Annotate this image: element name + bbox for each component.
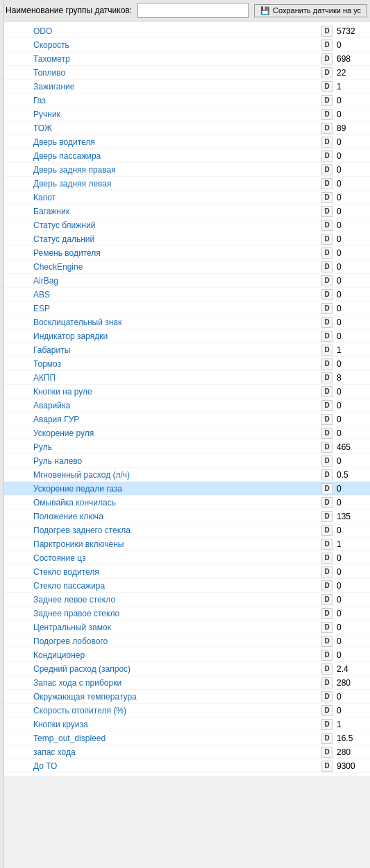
sensor-value: 135	[337, 512, 364, 521]
sensor-row[interactable]: Дверь задняя леваяD0	[0, 177, 370, 191]
sensor-name: Дверь водителя	[33, 137, 321, 147]
sensor-row[interactable]: Руль налевоD0	[0, 454, 370, 468]
d-badge: D	[321, 178, 333, 189]
sensor-name: Мгновенный расход (л/ч)	[33, 470, 321, 480]
sensor-row[interactable]: Авария ГУРD0	[0, 413, 370, 426]
sensor-name: Центральный замок	[33, 623, 321, 632]
sensor-row[interactable]: БагажникD0	[0, 205, 370, 218]
sensor-row[interactable]: Омывайка кончиласьD0	[0, 496, 370, 510]
sensor-row[interactable]: ГазD0	[0, 94, 370, 107]
sensor-name: Омывайка кончилась	[33, 498, 321, 507]
d-badge: D	[321, 67, 333, 78]
sensor-name: Ускорение руля	[33, 428, 321, 438]
sensor-name: Восклицательный знак	[33, 318, 321, 327]
d-badge: D	[321, 539, 333, 550]
sensor-value: 0.5	[337, 470, 364, 480]
header-label: Наименование группы датчиков:	[6, 6, 132, 15]
sensor-value: 0	[337, 276, 364, 286]
sensor-row[interactable]: ТОЖD89	[0, 121, 370, 135]
sensor-row[interactable]: ТахометрD698	[0, 52, 370, 66]
sensor-row[interactable]: ЗажиганиеD1	[0, 80, 370, 94]
sensor-row[interactable]: CheckEngineD0	[0, 260, 370, 274]
sensor-row[interactable]: Кнопки круизаD1	[0, 718, 370, 731]
sensor-row[interactable]: АварийкаD0	[0, 399, 370, 413]
sensor-value: 0	[337, 137, 364, 147]
sensor-row[interactable]: РульD465	[0, 440, 370, 454]
sensor-value: 0	[337, 415, 364, 424]
sensor-value: 0	[337, 248, 364, 258]
sensor-row[interactable]: Стекло водителяD0	[0, 565, 370, 579]
sensor-row[interactable]: ГабаритыD1	[0, 343, 370, 357]
d-badge: D	[321, 248, 333, 259]
sensor-value: 0	[337, 290, 364, 300]
sensor-row[interactable]: Подогрев заднего стеклаD0	[0, 523, 370, 537]
d-badge: D	[321, 566, 333, 578]
sensor-row[interactable]: Запас хода с приборкиD280	[0, 676, 370, 690]
sensor-row[interactable]: Заднее левое стеклоD0	[0, 593, 370, 607]
sensor-value: 0	[337, 609, 364, 618]
sensor-row[interactable]: Положение ключаD135	[0, 510, 370, 523]
sensor-row[interactable]: Дверь задняя праваяD0	[0, 163, 370, 177]
sensor-row[interactable]: Temp_out_displeedD16.5	[0, 731, 370, 745]
sensor-list: ODOD5732СкоростьD0ТахометрD698ТопливоD22…	[0, 21, 370, 776]
sensor-value: 0	[337, 553, 364, 563]
d-badge: D	[321, 275, 333, 286]
sensor-row[interactable]: Восклицательный знакD0	[0, 315, 370, 329]
d-badge: D	[321, 289, 333, 300]
d-badge: D	[321, 81, 333, 92]
d-badge: D	[321, 511, 333, 522]
sensor-row[interactable]: До ТОD9300	[0, 759, 370, 773]
sensor-row[interactable]: Стекло пассажираD0	[0, 579, 370, 593]
d-badge: D	[321, 705, 333, 716]
left-accent	[0, 0, 4, 776]
sensor-value: 1	[337, 539, 364, 549]
sensor-row[interactable]: ESPD0	[0, 302, 370, 315]
sensor-name: Положение ключа	[33, 512, 321, 521]
sensor-row[interactable]: Дверь водителяD0	[0, 135, 370, 149]
sensor-row[interactable]: Мгновенный расход (л/ч)D0.5	[0, 468, 370, 482]
sensor-row[interactable]: AirBagD0	[0, 274, 370, 288]
d-badge: D	[321, 372, 333, 383]
sensor-name: Средний расход (запрос)	[33, 664, 321, 674]
sensor-row[interactable]: Ускорение педали газаD0	[0, 482, 370, 496]
sensor-value: 0	[337, 234, 364, 244]
sensor-row[interactable]: Подогрев лобовогоD0	[0, 634, 370, 648]
sensor-row[interactable]: Скорость отопителя (%)D0	[0, 704, 370, 718]
sensor-row[interactable]: ТормозD0	[0, 357, 370, 371]
sensor-row[interactable]: Состояние цзD0	[0, 551, 370, 565]
sensor-row[interactable]: КондиционерD0	[0, 648, 370, 662]
d-badge: D	[321, 636, 333, 647]
sensor-row[interactable]: Кнопки на рулеD0	[0, 385, 370, 399]
sensor-row[interactable]: Ускорение руляD0	[0, 426, 370, 440]
sensor-name: Окружающая температура	[33, 692, 321, 702]
sensor-row[interactable]: РучникD0	[0, 107, 370, 121]
sensor-row[interactable]: Средний расход (запрос)D2.4	[0, 662, 370, 676]
sensor-row[interactable]: АКППD8	[0, 371, 370, 385]
sensor-row[interactable]: Дверь пассажираD0	[0, 149, 370, 163]
sensor-row[interactable]: Индикатор зарядкиD0	[0, 329, 370, 343]
group-name-input[interactable]	[137, 3, 249, 18]
sensor-row[interactable]: Статус дальнийD0	[0, 232, 370, 246]
sensor-row[interactable]: Ремень водителяD0	[0, 246, 370, 260]
d-badge: D	[321, 261, 333, 272]
sensor-row[interactable]: СкоростьD0	[0, 38, 370, 52]
sensor-row[interactable]: Статус ближнийD0	[0, 218, 370, 232]
sensor-row[interactable]: Заднее правое стеклоD0	[0, 607, 370, 620]
sensor-row[interactable]: запас ходаD280	[0, 745, 370, 759]
sensor-row[interactable]: Окружающая температураD0	[0, 690, 370, 704]
sensor-row[interactable]: Парктроники включеныD1	[0, 537, 370, 551]
sensor-value: 0	[337, 179, 364, 189]
sensor-row[interactable]: ODOD5732	[0, 24, 370, 38]
save-button[interactable]: 💾 Сохранить датчики на ус	[254, 4, 367, 17]
sensor-row[interactable]: КапотD0	[0, 191, 370, 205]
d-badge: D	[321, 650, 333, 661]
sensor-row[interactable]: Центральный замокD0	[0, 620, 370, 634]
d-badge: D	[321, 400, 333, 411]
sensor-row[interactable]: ABSD0	[0, 288, 370, 302]
sensor-value: 0	[337, 318, 364, 327]
sensor-name: Ускорение педали газа	[33, 484, 321, 494]
sensor-row[interactable]: ТопливоD22	[0, 66, 370, 80]
sensor-name: Стекло пассажира	[33, 581, 321, 591]
d-badge: D	[321, 719, 333, 730]
d-badge: D	[321, 761, 333, 772]
